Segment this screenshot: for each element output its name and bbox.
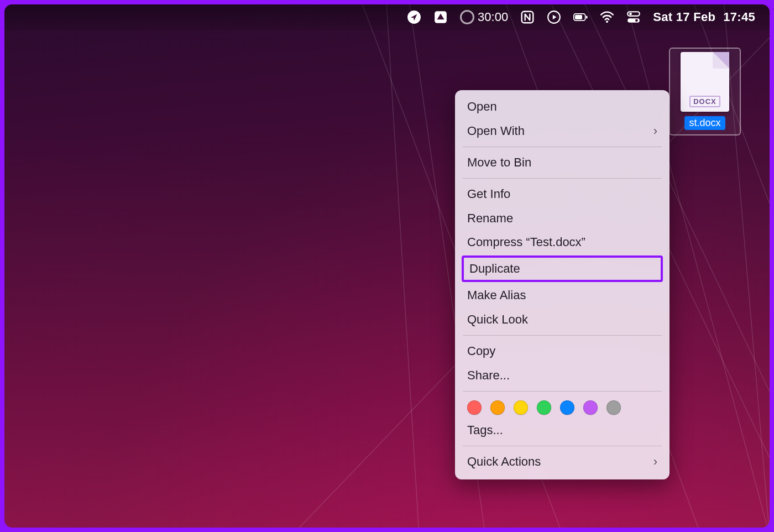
menu-item-get-info[interactable]: Get Info: [455, 182, 670, 206]
timer-value: 30:00: [478, 10, 508, 24]
app-status-icon[interactable]: [433, 10, 448, 24]
svg-point-19: [629, 13, 632, 15]
desktop-file-test-docx[interactable]: DOCX st.docx: [669, 48, 741, 135]
menu-separator: [463, 391, 662, 392]
menu-item-quick-look[interactable]: Quick Look: [455, 307, 670, 332]
menu-separator: [463, 446, 662, 446]
menu-item-label: Quick Actions: [467, 453, 541, 471]
menu-item-open[interactable]: Open: [455, 95, 670, 119]
menu-item-quick-actions[interactable]: Quick Actions ›: [455, 450, 670, 474]
menu-item-make-alias[interactable]: Make Alias: [455, 283, 670, 307]
tag-swatch-yellow[interactable]: [514, 400, 528, 415]
menu-item-duplicate[interactable]: Duplicate: [462, 255, 663, 282]
menu-item-copy[interactable]: Copy: [455, 339, 670, 363]
location-services-icon[interactable]: [407, 10, 421, 24]
menu-item-label: Compress “Test.docx”: [467, 233, 585, 251]
menu-item-label: Copy: [467, 342, 495, 360]
timer-menu-item[interactable]: 30:00: [460, 10, 508, 24]
menu-item-label: Open With: [467, 122, 525, 140]
svg-rect-15: [575, 15, 582, 19]
tag-swatch-orange[interactable]: [490, 400, 505, 415]
menu-item-label: Get Info: [467, 185, 510, 203]
menu-separator: [463, 335, 662, 336]
file-icon: DOCX: [681, 52, 729, 112]
menu-item-label: Tags...: [467, 421, 503, 439]
play-menu-icon[interactable]: [547, 10, 561, 24]
clock-menu-item[interactable]: Sat 17 Feb 17:45: [653, 10, 755, 24]
tag-swatch-purple[interactable]: [583, 400, 598, 415]
tag-swatch-blue[interactable]: [560, 400, 574, 415]
file-extension-badge: DOCX: [689, 96, 720, 107]
tag-color-swatches: [455, 395, 670, 418]
file-name-label: st.docx: [684, 116, 725, 130]
svg-rect-16: [586, 15, 588, 18]
menu-item-tags[interactable]: Tags...: [455, 418, 670, 442]
menu-item-label: Share...: [467, 367, 510, 384]
outer-frame: 30:00 Sat 17 Feb 17:45: [0, 0, 774, 532]
chevron-right-icon: ›: [653, 122, 657, 140]
context-menu: Open Open With › Move to Bin Get Info Re…: [455, 90, 670, 479]
svg-line-1: [386, 4, 419, 528]
menu-separator: [463, 178, 662, 179]
menu-item-label: Duplicate: [469, 260, 520, 278]
tag-swatch-green[interactable]: [537, 400, 551, 415]
wifi-icon[interactable]: [600, 10, 614, 24]
menu-date: Sat 17 Feb: [653, 10, 715, 24]
control-center-icon[interactable]: [626, 10, 641, 24]
menu-time: 17:45: [723, 10, 755, 24]
timer-ring-icon: [460, 10, 474, 24]
menu-item-label: Make Alias: [467, 286, 526, 304]
menu-item-move-to-bin[interactable]: Move to Bin: [455, 150, 670, 175]
tag-swatch-gray[interactable]: [606, 400, 621, 415]
notion-menu-icon[interactable]: [520, 10, 535, 24]
menu-item-compress[interactable]: Compress “Test.docx”: [455, 230, 670, 254]
menu-item-label: Quick Look: [467, 311, 528, 328]
desktop[interactable]: 30:00 Sat 17 Feb 17:45: [4, 4, 770, 528]
menu-item-label: Open: [467, 98, 497, 116]
menu-item-open-with[interactable]: Open With ›: [455, 119, 670, 143]
menu-item-label: Rename: [467, 210, 513, 227]
svg-point-17: [606, 20, 608, 23]
menu-item-rename[interactable]: Rename: [455, 206, 670, 231]
menu-separator: [463, 147, 662, 147]
menu-item-label: Move to Bin: [467, 154, 531, 171]
chevron-right-icon: ›: [653, 453, 657, 471]
svg-point-21: [635, 19, 638, 22]
menu-item-share[interactable]: Share...: [455, 363, 670, 388]
menu-bar: 30:00 Sat 17 Feb 17:45: [4, 4, 770, 30]
battery-icon[interactable]: [573, 10, 588, 24]
tag-swatch-red[interactable]: [467, 400, 482, 415]
